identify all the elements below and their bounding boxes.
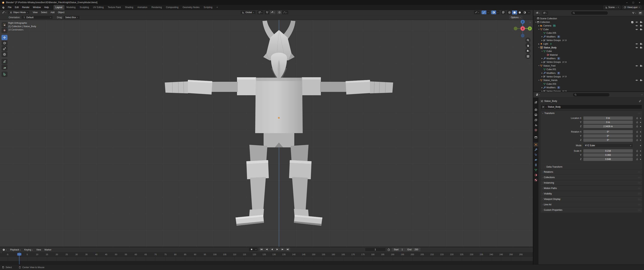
maximize-button[interactable]: □ — [632, 1, 634, 4]
lock-icon[interactable] — [636, 139, 638, 141]
axis-z-negative[interactable] — [521, 34, 524, 38]
lock-icon[interactable] — [636, 135, 638, 137]
workspace-tab-compositing[interactable]: Compositing — [164, 5, 180, 10]
panel-grip-icon[interactable]: :::: — [638, 176, 641, 178]
panel-grip-icon[interactable]: :::: — [638, 171, 641, 173]
outliner-editor-type-icon[interactable]: ∨ — [535, 11, 541, 15]
workspace-tab-sculpting[interactable]: Sculpting — [78, 5, 91, 10]
tool-annotate[interactable] — [2, 59, 8, 64]
camera-toggle[interactable] — [640, 46, 642, 49]
timeline-menu-keying[interactable]: Keying ∨ — [23, 248, 35, 252]
outliner-row-statue-feet[interactable]: ▼Statue_Feet — [533, 64, 644, 68]
shading-dropdown[interactable]: ∨ — [527, 11, 530, 15]
expand-right-icon[interactable]: ▶ — [541, 87, 543, 88]
outliner-row-modifiers[interactable]: ▶Modifiers — [533, 71, 644, 75]
menu-file[interactable]: File — [6, 5, 13, 9]
expand-right-icon[interactable]: ▶ — [538, 43, 540, 45]
outliner-filter-dropdown[interactable]: ∨ — [631, 11, 637, 15]
properties-tab-texture[interactable] — [533, 178, 538, 182]
timeline-scrollbar[interactable] — [0, 261, 533, 265]
outliner-row-cube-005[interactable]: Cube.005 — [533, 31, 644, 35]
camera-view-button[interactable] — [525, 48, 530, 53]
statue-model[interactable] — [0, 20, 533, 247]
lock-icon[interactable] — [636, 154, 638, 156]
sidebar-collapse-arrow[interactable]: ‹ — [530, 21, 530, 24]
animate-property-dot[interactable] — [640, 159, 641, 160]
timeline-ruler[interactable]: -551015202530354045505560657075808590951… — [0, 252, 533, 257]
properties-tab-physics[interactable] — [533, 158, 538, 162]
workspace-tab-modeling[interactable]: Modeling — [64, 5, 78, 10]
show-overlays-toggle[interactable] — [491, 11, 496, 14]
properties-tab-object[interactable] — [533, 142, 538, 147]
tool-add-cube[interactable] — [2, 72, 8, 77]
scene-selector[interactable]: Scene ∨× — [604, 6, 620, 9]
viewport-menu-select[interactable]: Select — [39, 10, 49, 15]
properties-tab-constraints[interactable] — [533, 163, 538, 167]
properties-tab-data[interactable] — [533, 168, 538, 172]
camera-toggle[interactable] — [640, 65, 642, 67]
workspace-tab-uv-editing[interactable]: UV Editing — [91, 5, 106, 10]
camera-toggle[interactable] — [640, 28, 642, 31]
eye-toggle[interactable] — [636, 46, 638, 49]
tool-transform[interactable] — [2, 52, 8, 57]
animate-property-dot[interactable] — [640, 151, 641, 152]
panel-grip-icon[interactable]: :::: — [638, 198, 641, 200]
mode-dropdown[interactable]: Object Mode ∨ — [8, 11, 30, 14]
workspace-tab-scripting[interactable]: Scripting — [202, 5, 214, 10]
workspace-tab-texture-paint[interactable]: Texture Paint — [106, 5, 123, 10]
overlays-dropdown[interactable]: ∨ — [496, 11, 500, 14]
tool-select-box[interactable] — [2, 22, 8, 27]
expand-down-icon[interactable]: ▼ — [538, 47, 540, 48]
shading-wireframe-button[interactable] — [507, 11, 512, 15]
camera-toggle[interactable] — [640, 79, 642, 82]
snap-settings-dropdown[interactable]: ∨ — [270, 11, 276, 14]
camera-toggle[interactable] — [640, 43, 642, 45]
properties-tab-output[interactable] — [533, 112, 538, 117]
toggle-ortho-button[interactable] — [525, 54, 530, 59]
axis-y-negative[interactable] — [514, 27, 518, 30]
expand-down-icon[interactable]: ▼ — [541, 50, 543, 52]
animate-property-dot[interactable] — [640, 155, 641, 156]
prev-keyframe-button[interactable] — [264, 247, 269, 251]
properties-tab-render[interactable] — [533, 107, 538, 112]
viewlayer-unlink-icon[interactable]: × — [638, 6, 640, 9]
tool-cursor[interactable] — [2, 28, 8, 33]
panel-viewport-display[interactable]: ›Viewport Display:::: — [541, 197, 642, 202]
viewport-menu-view[interactable]: View — [31, 10, 39, 15]
end-frame-field[interactable]: End250 — [405, 248, 420, 251]
panel-grip-icon[interactable]: :::: — [638, 204, 641, 205]
playhead[interactable] — [19, 252, 20, 264]
expand-right-icon[interactable]: ▶ — [541, 40, 543, 41]
eye-toggle[interactable] — [636, 43, 638, 45]
transform-field-mode[interactable]: XYZ Euler∨ — [583, 144, 633, 147]
outliner-row-statue-hands[interactable]: ▼Statue_Hands — [533, 79, 644, 82]
outliner-row-cube-001[interactable]: Cube.001 — [533, 68, 644, 71]
panel-grip-icon[interactable]: :::: — [638, 193, 641, 195]
tool-rotate[interactable] — [2, 41, 8, 46]
next-keyframe-button[interactable] — [280, 247, 285, 251]
transform-field-y[interactable]: 0.393 — [583, 153, 633, 157]
timeline-menu-playback[interactable]: Playback ∨ — [8, 248, 23, 252]
transform-field-z[interactable]: 2.3426 m — [583, 125, 633, 128]
animate-property-dot[interactable] — [640, 136, 641, 137]
use-preview-range-toggle[interactable] — [387, 248, 390, 251]
outliner-row-light[interactable]: ▶Light — [533, 42, 644, 46]
outliner-row-statue-body[interactable]: ▼Statue_Body — [533, 46, 644, 49]
properties-tab-material[interactable] — [533, 173, 538, 177]
new-collection-button[interactable] — [638, 11, 642, 15]
zoom-button[interactable] — [525, 38, 530, 43]
properties-tab-scene[interactable] — [533, 123, 538, 127]
properties-tab-world[interactable] — [533, 128, 538, 132]
expand-right-icon[interactable]: ▶ — [538, 25, 540, 27]
outliner-row-material[interactable]: Material — [533, 53, 644, 57]
panel-collections[interactable]: ›Collections:::: — [541, 175, 642, 180]
expand-down-icon[interactable]: ▼ — [538, 79, 540, 81]
outliner-row-vertex-groups[interactable]: ▶Vertex Groups19 — [533, 60, 644, 64]
outliner-row-vertex-groups[interactable]: ▶Vertex Groups19 — [533, 75, 644, 78]
transform-field-z[interactable]: 0° — [583, 138, 633, 142]
properties-search[interactable] — [573, 93, 610, 97]
properties-tab-tool[interactable] — [533, 100, 538, 105]
outliner-row-cube[interactable]: ▼Cube — [533, 28, 644, 31]
transform-field-y[interactable]: 0° — [583, 134, 633, 138]
eye-toggle[interactable] — [636, 24, 638, 27]
